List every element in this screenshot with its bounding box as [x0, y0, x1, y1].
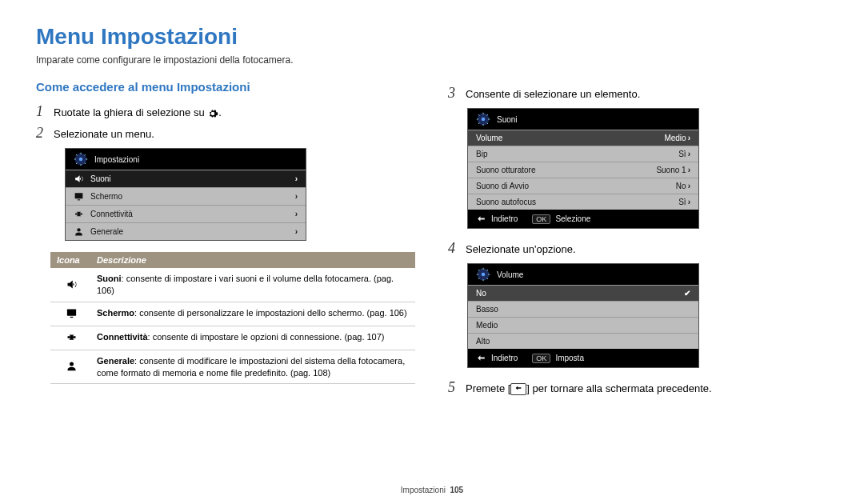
cam1-row-connettivita: Connettività ›: [66, 205, 306, 222]
connectivity-icon: [74, 209, 84, 219]
chevron-right-icon: ›: [688, 166, 690, 174]
chevron-right-icon: ›: [688, 182, 690, 190]
cam2-row-autofocus: Suono autofocus Sì›: [468, 194, 698, 210]
mode-dial-icon: [476, 112, 490, 126]
cam3-row-no: No ✔: [468, 285, 698, 301]
section-heading: Come accedere al menu Impostazioni: [36, 80, 416, 94]
cam2-title: Suoni: [497, 115, 518, 124]
screen-icon: [74, 191, 84, 202]
th-descrizione: Descrizione: [90, 252, 415, 268]
user-icon: [66, 360, 76, 370]
screen-icon: [66, 307, 76, 318]
chevron-right-icon: ›: [688, 150, 690, 158]
cam2-row-volume: Volume Medio›: [468, 130, 698, 146]
cam-ok: OKSelezione: [532, 214, 590, 224]
step-3: 3 Consente di selezionare un elemento.: [448, 85, 828, 102]
sound-icon: [66, 278, 76, 289]
icon-description-table: Icona Descrizione Suoni: consente di imp…: [50, 252, 415, 384]
sound-icon: [74, 174, 84, 184]
cam1-row-suoni: Suoni ›: [66, 170, 306, 187]
mode-dial-icon: [476, 267, 490, 282]
connectivity-icon: [66, 331, 76, 342]
table-row: Generale: consente di modificare le impo…: [50, 350, 415, 384]
camera-screen-volume: Volume No ✔ Basso Medio Alto Indietro OK…: [467, 263, 699, 368]
step-1: 1 Ruotate la ghiera di selezione su .: [36, 103, 416, 120]
cam-back: Indietro: [476, 214, 518, 224]
back-icon: [476, 214, 486, 224]
chevron-right-icon: ›: [295, 174, 298, 183]
camera-screen-settings: Impostazioni Suoni › Schermo › Connettiv…: [65, 148, 306, 241]
table-row: Suoni: consente di impostare i vari suon…: [50, 268, 415, 302]
chevron-right-icon: ›: [295, 227, 298, 236]
chevron-right-icon: ›: [688, 198, 690, 206]
table-row: Schermo: consente di personalizzare le i…: [50, 302, 415, 326]
gear-icon: [207, 108, 218, 119]
cam1-title: Impostazioni: [94, 155, 139, 164]
cam1-row-generale: Generale ›: [66, 222, 306, 240]
user-icon: [74, 226, 84, 237]
table-row: Connettività: consente di impostare le o…: [50, 326, 415, 350]
th-icona: Icona: [50, 252, 90, 268]
cam2-row-avvio: Suono di Avvio No›: [468, 178, 698, 194]
camera-screen-sounds: Suoni Volume Medio› Bip Sì› Suono ottura…: [467, 108, 699, 229]
mode-dial-icon: [74, 152, 88, 166]
cam3-row-basso: Basso: [468, 301, 698, 317]
check-icon: ✔: [684, 289, 690, 298]
chevron-right-icon: ›: [295, 192, 298, 201]
cam2-row-bip: Bip Sì›: [468, 146, 698, 162]
cam3-title: Volume: [497, 270, 523, 279]
chevron-right-icon: ›: [295, 210, 298, 218]
step-5: 5 Premete [] per tornare alla schermata …: [448, 379, 828, 396]
back-icon: [476, 353, 486, 363]
page-footer: Impostazioni 105: [0, 486, 864, 494]
cam3-row-alto: Alto: [468, 333, 698, 349]
page-title: Menu Impostazioni: [36, 24, 828, 50]
cam-back: Indietro: [476, 353, 518, 363]
chevron-right-icon: ›: [688, 134, 690, 142]
cam3-row-medio: Medio: [468, 317, 698, 333]
cam1-row-schermo: Schermo ›: [66, 187, 306, 205]
step-2: 2 Selezionate un menu.: [36, 125, 416, 142]
step-4: 4 Selezionate un'opzione.: [448, 240, 828, 257]
back-icon: [510, 383, 526, 395]
cam2-row-otturatore: Suono otturatore Suono 1›: [468, 162, 698, 178]
page-intro: Imparate come configurare le impostazion…: [36, 54, 828, 66]
cam-ok: OKImposta: [532, 353, 584, 363]
